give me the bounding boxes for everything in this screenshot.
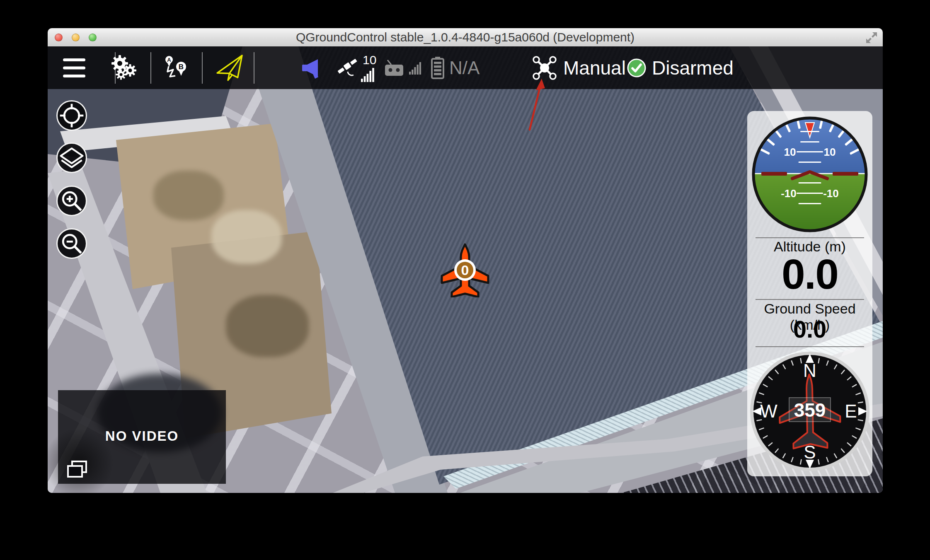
hamburger-icon bbox=[63, 58, 85, 77]
toolbar-separator bbox=[254, 52, 254, 84]
zoom-in-button[interactable] bbox=[56, 186, 87, 216]
battery-status-label: N/A bbox=[449, 58, 480, 78]
fly-button[interactable] bbox=[214, 46, 246, 89]
attitude-indicator: 10 10 -10 -10 bbox=[750, 114, 870, 234]
flight-mode-label: Manual bbox=[563, 57, 626, 79]
vehicle-id-label: 0 bbox=[461, 262, 469, 278]
crosshair-icon bbox=[58, 101, 86, 130]
zoom-in-icon bbox=[58, 186, 86, 216]
window-title: QGroundControl stable_1.0.4-4840-g15a060… bbox=[48, 30, 883, 44]
center-map-button[interactable] bbox=[56, 100, 87, 131]
pitch-label: -10 bbox=[823, 187, 839, 200]
altitude-value: 0.0 bbox=[747, 250, 872, 298]
toolbar-separator bbox=[202, 52, 203, 84]
desktop-background: QGroundControl stable_1.0.4-4840-g15a060… bbox=[0, 0, 930, 560]
main-toolbar: A B bbox=[48, 46, 883, 89]
pitch-label: 10 bbox=[824, 146, 836, 158]
battery-indicator[interactable]: N/A bbox=[430, 46, 480, 89]
gears-icon bbox=[110, 55, 139, 81]
toolbar-separator bbox=[150, 52, 151, 84]
qgroundcontrol-window: QGroundControl stable_1.0.4-4840-g15a060… bbox=[48, 28, 883, 493]
panel-divider bbox=[756, 299, 864, 300]
megaphone-icon bbox=[301, 56, 323, 80]
popout-windows-icon[interactable] bbox=[65, 460, 90, 479]
panel-divider bbox=[756, 237, 864, 238]
paper-plane-icon bbox=[214, 54, 246, 82]
marker-b-label: B bbox=[179, 63, 184, 71]
window-controls bbox=[55, 28, 97, 46]
gps-indicator[interactable]: 10 bbox=[337, 46, 376, 89]
video-widget[interactable]: NO VIDEO bbox=[58, 390, 226, 484]
rc-signal-bars-icon bbox=[409, 61, 422, 75]
zoom-out-button[interactable] bbox=[56, 228, 87, 259]
compass-east-label: E bbox=[845, 401, 857, 421]
maximize-button[interactable] bbox=[89, 34, 97, 41]
marker-a-label: A bbox=[167, 56, 171, 63]
pitch-label: 10 bbox=[784, 146, 796, 158]
window-titlebar[interactable]: QGroundControl stable_1.0.4-4840-g15a060… bbox=[48, 28, 883, 47]
map-imagery-layer bbox=[211, 210, 282, 264]
map-type-button[interactable] bbox=[56, 142, 87, 173]
instrument-panel: 10 10 -10 -10 Altitude (m) 0.0 Ground Sp… bbox=[747, 111, 872, 476]
annotation-arrow bbox=[520, 73, 553, 139]
rc-transmitter-icon bbox=[383, 59, 405, 77]
ground-speed-value: 0.0 bbox=[747, 316, 872, 343]
compass-heading-value: 359 bbox=[794, 399, 826, 421]
close-button[interactable] bbox=[55, 34, 63, 41]
route-ab-icon: A B bbox=[164, 55, 189, 81]
arm-status-label: Disarmed bbox=[652, 57, 734, 79]
rc-rssi-indicator[interactable] bbox=[383, 46, 422, 89]
layers-icon bbox=[58, 145, 86, 171]
battery-icon bbox=[430, 57, 445, 79]
plan-button[interactable]: A B bbox=[164, 46, 189, 89]
gps-signal-bars-icon bbox=[361, 67, 375, 82]
no-video-label: NO VIDEO bbox=[58, 428, 226, 444]
compass-west-label: W bbox=[760, 401, 777, 421]
map-imagery-layer bbox=[226, 295, 309, 357]
compass-indicator: N E S W 359 bbox=[750, 351, 870, 471]
pitch-label: -10 bbox=[781, 187, 797, 200]
vehicle-marker[interactable]: 0 bbox=[440, 243, 490, 297]
messages-button[interactable] bbox=[301, 46, 323, 89]
check-circle-icon bbox=[626, 58, 647, 78]
minimize-button[interactable] bbox=[72, 34, 80, 41]
satellite-icon bbox=[337, 58, 358, 78]
map-imagery-layer bbox=[153, 171, 224, 220]
zoom-out-icon bbox=[58, 229, 86, 258]
settings-button[interactable] bbox=[110, 46, 139, 89]
gps-count-label: 10 bbox=[363, 54, 376, 66]
menu-button[interactable] bbox=[63, 46, 85, 89]
fullscreen-icon[interactable] bbox=[865, 31, 879, 45]
arm-status-button[interactable]: Disarmed bbox=[626, 46, 734, 89]
panel-divider bbox=[756, 346, 864, 347]
gps-signal: 10 bbox=[361, 54, 376, 82]
